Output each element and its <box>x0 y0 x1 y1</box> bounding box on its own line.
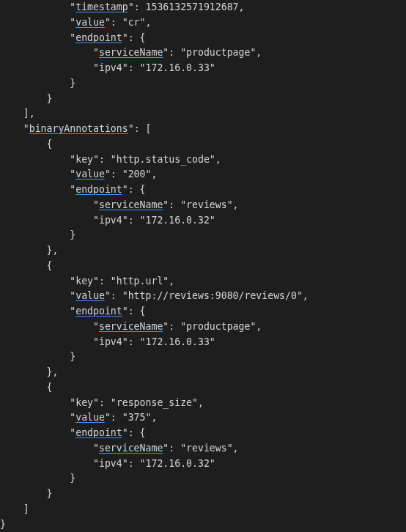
code-line: "key": "response_size", <box>0 397 204 408</box>
code-line: "key": "http.status_code", <box>0 154 221 165</box>
code-line: "endpoint": { <box>0 32 146 43</box>
code-line: ] <box>0 503 29 514</box>
code-line: { <box>0 382 52 393</box>
code-line: "endpoint": { <box>0 184 146 195</box>
code-line: }, <box>0 366 58 377</box>
code-line: } <box>0 488 52 499</box>
code-line: "value": "http://reviews:9080/reviews/0"… <box>0 290 309 301</box>
code-line: } <box>0 229 75 240</box>
code-line: "value": "375", <box>0 412 157 423</box>
code-line: "endpoint": { <box>0 427 146 438</box>
code-line: "serviceName": "productpage", <box>0 47 262 58</box>
code-line: "endpoint": { <box>0 306 146 317</box>
code-line: { <box>0 138 52 149</box>
code-line: "ipv4": "172.16.0.33" <box>0 336 215 347</box>
code-line: "serviceName": "reviews", <box>0 443 239 454</box>
code-line: } <box>0 78 75 89</box>
code-line: } <box>0 351 75 362</box>
code-line: "serviceName": "reviews", <box>0 199 239 210</box>
code-line: "value": "cr", <box>0 17 151 28</box>
code-line: "value": "200", <box>0 169 157 180</box>
json-code-block: "timestamp": 1536132571912687, "value": … <box>0 0 406 532</box>
code-line: "timestamp": 1536132571912687, <box>0 1 244 12</box>
code-line: "binaryAnnotations": [ <box>0 123 151 134</box>
code-line: "ipv4": "172.16.0.33" <box>0 62 215 73</box>
code-line: "ipv4": "172.16.0.32" <box>0 215 215 226</box>
code-line: } <box>0 473 75 484</box>
code-line: ], <box>0 108 35 119</box>
code-line: "ipv4": "172.16.0.32" <box>0 458 215 469</box>
code-line: }, <box>0 245 58 256</box>
code-line: "serviceName": "productpage", <box>0 321 262 332</box>
code-line: } <box>0 93 52 104</box>
code-line: } <box>0 519 6 530</box>
code-line: { <box>0 260 52 271</box>
code-line: "key": "http.url", <box>0 276 174 287</box>
